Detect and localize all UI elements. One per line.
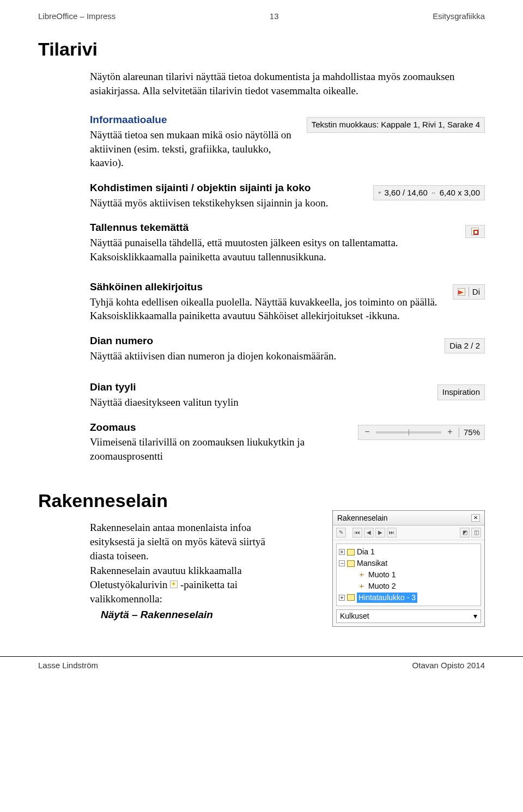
save-body: Näyttää punaisella tähdellä, että muutos… bbox=[90, 236, 459, 264]
nav-dragmode-button[interactable]: ◩ bbox=[460, 528, 470, 538]
position-icon: ⌖ bbox=[378, 189, 381, 197]
signature-label: Di bbox=[472, 286, 480, 297]
status-position-size: ⌖ 3,60 / 14,60 ↔ 6,40 x 3,00 bbox=[373, 185, 485, 200]
zoom-slider[interactable] bbox=[376, 431, 441, 434]
position-value: 3,60 / 14,60 bbox=[385, 187, 428, 198]
nav-shapes-button[interactable]: ◫ bbox=[471, 528, 481, 538]
slide-heading: Dian numero bbox=[90, 334, 438, 348]
status-info-area: Tekstin muokkaus: Kappale 1, Rivi 1, Sar… bbox=[307, 117, 485, 132]
slide-icon bbox=[347, 549, 355, 555]
navigator-panel: Rakenneselain ✕ ✎ ⏮ ◀ ▶ ⏭ ◩ ◫ + Dia 1 bbox=[332, 510, 485, 627]
footer-publisher: Otavan Opisto 2014 bbox=[412, 660, 485, 671]
header-right: Esitysgrafiikka bbox=[433, 11, 485, 22]
navigator-toolbar: ✎ ⏮ ◀ ▶ ⏭ ◩ ◫ bbox=[333, 526, 484, 540]
zoom-body: Viimeisenä tilarivillä on zoomauksen liu… bbox=[90, 435, 351, 463]
nav-next-button[interactable]: ▶ bbox=[375, 528, 385, 538]
expand-icon[interactable]: + bbox=[339, 595, 345, 601]
section-rakenneselain-title: Rakenneselain bbox=[38, 489, 326, 514]
slide-style-text: Inspiration bbox=[442, 387, 480, 398]
slide-icon bbox=[347, 594, 355, 601]
status-info-text: Tekstin muokkaus: Kappale 1, Rivi 1, Sar… bbox=[312, 119, 480, 130]
nav-prev-button[interactable]: ◀ bbox=[364, 528, 374, 538]
sig-heading: Sähköinen allekirjoitus bbox=[90, 280, 446, 294]
navigator-toolbar-icon bbox=[170, 581, 178, 588]
status-signature[interactable]: Di bbox=[453, 284, 485, 300]
menu-command: Näytä – Rakenneselain bbox=[101, 608, 326, 622]
status-zoom[interactable]: − + 75% bbox=[358, 425, 485, 440]
combo-value: Kulkuset bbox=[340, 611, 369, 621]
page-footer: Lasse Lindström Otavan Opisto 2014 bbox=[0, 660, 523, 680]
navigator-title: Rakenneselain bbox=[337, 513, 388, 523]
tree-selected-label: Hintataulukko - 3 bbox=[357, 593, 417, 603]
zoom-out-button[interactable]: − bbox=[363, 428, 372, 437]
tree-item-muoto1[interactable]: Muoto 1 bbox=[357, 569, 479, 581]
footer-divider bbox=[0, 656, 523, 657]
size-icon: ↔ bbox=[431, 189, 436, 197]
status-slide-style: Inspiration bbox=[437, 384, 485, 400]
zoom-percent: 75% bbox=[464, 427, 480, 438]
sig-body: Tyhjä kohta edellisen oikealla puolella.… bbox=[90, 295, 446, 323]
slide-icon bbox=[347, 560, 355, 567]
collapse-icon[interactable]: − bbox=[339, 560, 345, 566]
tree-item-hintataulukko[interactable]: + Hintataulukko - 3 bbox=[338, 592, 479, 603]
section-tilarivi-title: Tilarivi bbox=[38, 37, 485, 62]
shape-icon bbox=[358, 572, 366, 578]
navigator-titlebar: Rakenneselain ✕ bbox=[333, 511, 484, 526]
size-value: 6,40 x 3,00 bbox=[440, 187, 480, 198]
pos-heading: Kohdistimen sijainti / objektin sijainti… bbox=[90, 181, 367, 195]
unsaved-icon bbox=[471, 228, 479, 235]
navigator-document-combo[interactable]: Kulkuset ▾ bbox=[336, 609, 481, 623]
nav-last-button[interactable]: ⏭ bbox=[387, 528, 397, 538]
style-body: Näyttää diaesitykseen valitun tyylin bbox=[90, 395, 431, 410]
header-left: LibreOffice – Impress bbox=[38, 11, 115, 22]
nav-first-button[interactable]: ⏮ bbox=[352, 528, 362, 538]
chevron-down-icon: ▾ bbox=[473, 611, 477, 621]
tree-item-dia1[interactable]: + Dia 1 bbox=[338, 546, 479, 558]
shape-icon bbox=[358, 583, 366, 590]
slide-number-text: Dia 2 / 2 bbox=[449, 340, 480, 351]
tree-item-mansikat[interactable]: − Mansikat bbox=[338, 558, 479, 569]
header-page-number: 13 bbox=[270, 11, 279, 22]
status-save-indicator[interactable] bbox=[465, 225, 485, 238]
nav-tool-1[interactable]: ✎ bbox=[336, 528, 346, 538]
page-header: LibreOffice – Impress 13 Esitysgrafiikka bbox=[38, 11, 485, 22]
navigator-close-button[interactable]: ✕ bbox=[471, 514, 480, 522]
zoom-heading: Zoomaus bbox=[90, 420, 351, 435]
signature-icon bbox=[458, 288, 465, 296]
info-body: Näyttää tietoa sen mukaan mikä osio näyt… bbox=[90, 128, 300, 170]
rakenne-body2: Rakenneselain avautuu klikkaamalla Oletu… bbox=[90, 564, 286, 606]
tree-item-muoto2[interactable]: Muoto 2 bbox=[357, 581, 479, 592]
navigator-tree[interactable]: + Dia 1 − Mansikat Muoto 1 Muoto 2 bbox=[336, 544, 481, 606]
status-slide-number: Dia 2 / 2 bbox=[445, 338, 485, 353]
style-heading: Dian tyyli bbox=[90, 380, 431, 394]
expand-icon[interactable]: + bbox=[339, 549, 345, 555]
save-heading: Tallennus tekemättä bbox=[90, 221, 459, 235]
rakenne-body1: Rakenneselain antaa monenlaista infoa es… bbox=[90, 521, 270, 563]
slide-body: Näyttää aktiivisen dian numeron ja dioje… bbox=[90, 349, 438, 363]
pos-body: Näyttää myös aktiivisen tekstikehyksen s… bbox=[90, 196, 367, 210]
tilarivi-intro: Näytön alareunan tilarivi näyttää tietoa… bbox=[90, 70, 485, 97]
zoom-in-button[interactable]: + bbox=[446, 428, 454, 437]
info-heading: Informaatioalue bbox=[90, 113, 300, 127]
footer-author: Lasse Lindström bbox=[38, 660, 98, 671]
